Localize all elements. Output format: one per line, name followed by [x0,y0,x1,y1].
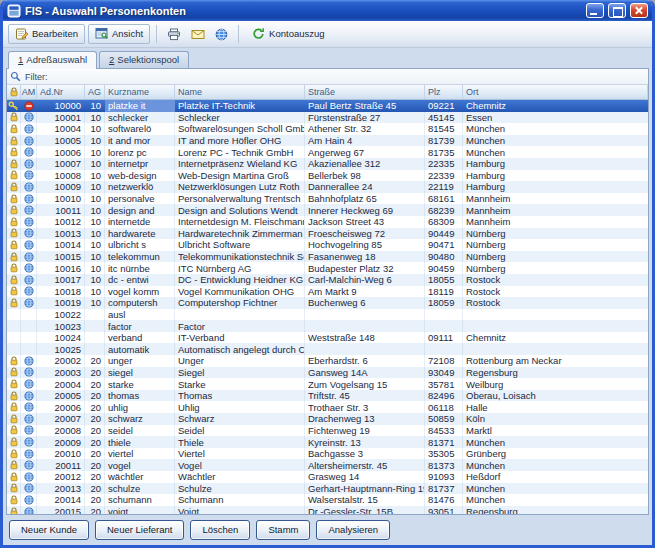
cell-plz: 81373 [425,459,463,471]
table-row[interactable]: 20006 20 uhlig Uhlig Trothaer Str. 3 061… [7,401,648,413]
cell-kurzname: dc - entwi [105,274,175,286]
table-row[interactable]: 20008 20 seidel Seidel Fichtenweg 19 845… [7,425,648,437]
header-plz[interactable]: Plz [425,85,463,99]
header-lock-icon[interactable] [7,85,21,99]
header-name[interactable]: Name [175,85,305,99]
cell-kurzname: thiele [105,436,175,448]
ansicht-button[interactable]: Ansicht [88,24,150,44]
header-ort[interactable]: Ort [463,85,648,99]
cell-strasse: Carl-Malchin-Weg 6 [305,274,425,286]
tab-selektionspool[interactable]: 2Selektionspool [99,51,189,68]
table-row[interactable]: 20015 20 voigt Voigt Dr.-Gessler-Str. 15… [7,506,648,514]
table-row[interactable]: 10017 10 dc - entwi DC - Entwicklung Hei… [7,274,648,286]
header-am[interactable]: AM [21,85,37,99]
kontoauszug-label: Kontoauszug [269,28,324,39]
kontoauszug-button[interactable]: Kontoauszug [245,24,331,44]
cell-name: Internetpräsenz Wieland KG [175,158,305,170]
table-row[interactable]: 20009 20 thiele Thiele Kyreinstr. 13 813… [7,436,648,448]
cell-ag: 10 [85,286,105,298]
cell-kurzname: viertel [105,448,175,460]
table-row[interactable]: 20012 20 wächtler Wächtler Grasweg 14 91… [7,471,648,483]
minimize-button[interactable] [586,3,604,18]
table-row[interactable]: 20014 20 schumann Schumann Walserstalstr… [7,494,648,506]
bearbeiten-button[interactable]: Bearbeiten [8,24,85,44]
cell-name: Schulze [175,483,305,495]
maximize-button[interactable] [608,3,626,18]
cell-strasse: Trothaer Str. 3 [305,401,425,413]
header-ag[interactable]: AG [85,85,105,99]
table-row[interactable]: 10019 10 computersh Computershop Fichtne… [7,297,648,309]
table-row[interactable]: 10012 10 internetde Internetdesign M. Fl… [7,216,648,228]
cell-kurzname: computersh [105,297,175,309]
cell-ort: Mannheim [463,216,648,228]
cell-plz: 90480 [425,251,463,263]
table-row[interactable]: 20011 20 vogel Vogel Altersheimerstr. 45… [7,459,648,471]
table-row[interactable]: 20013 20 schulze Schulze Gerhart-Hauptma… [7,483,648,495]
table-row[interactable]: 10010 10 personalve Personalverwaltung T… [7,193,648,205]
cell-kurzname: factor [105,320,175,332]
table-row[interactable]: 10009 10 netzwerklö Netzwerklösungen Lut… [7,181,648,193]
cell-name: Platzke IT-Technik [175,100,305,112]
table-row[interactable]: 10000 10 platzke it Platzke IT-Technik P… [7,100,648,112]
table-row[interactable]: 20004 20 starke Starke Zum Vogelsang 15 … [7,378,648,390]
cell-ag: 20 [85,459,105,471]
web-button[interactable] [211,24,232,44]
table-row[interactable]: 10024 verband IT-Verband Weststraße 148 … [7,332,648,344]
table-row[interactable]: 10025 automatik Automatisch angelegt dur… [7,343,648,355]
table-row[interactable]: 10004 10 softwarelö Softwarelösungen Sch… [7,123,648,135]
cell-strasse: Altersheimerstr. 45 [305,459,425,471]
neuer-kunde-button[interactable]: Neuer Kunde [9,520,89,540]
table-row[interactable]: 10014 10 ulbricht s Ulbricht Software Ho… [7,239,648,251]
table-row[interactable]: 10022 ausl [7,309,648,321]
table-row[interactable]: 10016 10 itc nürnbe ITC Nürnberg AG Buda… [7,262,648,274]
stamm-button[interactable]: Stamm [256,520,310,540]
cell-ort: München [463,459,648,471]
table-row[interactable]: 20002 20 unger Unger Eberhardstr. 6 7210… [7,355,648,367]
cell-strasse: Innerer Heckweg 69 [305,204,425,216]
table-row[interactable]: 10001 10 schlecker Schlecker Fürstenstra… [7,112,648,124]
table-row[interactable]: 10005 10 it and mor IT and more Höfler O… [7,135,648,147]
header-strasse[interactable]: Straße [305,85,425,99]
cell-ag: 20 [85,494,105,506]
cell-kurzname: starke [105,378,175,390]
loeschen-button[interactable]: Löschen [190,520,250,540]
analysieren-button[interactable]: Analysieren [316,520,390,540]
table-row[interactable]: 10006 10 lorenz pc Lorenz PC - Technik G… [7,146,648,158]
table-row[interactable]: 10008 10 web-design Web-Design Martina G… [7,170,648,182]
tab-adressauswahl[interactable]: 1Adreßauswahl [8,51,97,69]
cell-name: Voigt [175,506,305,514]
cell-name: Viertel [175,448,305,460]
table-row[interactable]: 20010 20 viertel Viertel Bachgasse 3 353… [7,448,648,460]
cell-ort: Mannheim [463,193,648,205]
row-web-icon [21,123,37,135]
neuer-lieferant-button[interactable]: Neuer Lieferant [95,520,184,540]
table-row[interactable]: 10015 10 telekommun Telekommunikationste… [7,251,648,263]
magnifier-icon[interactable] [10,71,21,82]
table-body: 10000 10 platzke it Platzke IT-Technik P… [7,100,648,514]
cell-ort: Halle [463,401,648,413]
row-web-icon [21,112,37,124]
table-row[interactable]: 20007 20 schwarz Schwarz Drachenweg 13 5… [7,413,648,425]
row-lock-icon [7,401,21,413]
table-row[interactable]: 20003 20 siegel Siegel Gansweg 14A 93049… [7,367,648,379]
table-row[interactable]: 20005 20 thomas Thomas Triftstr. 45 8249… [7,390,648,402]
table-row[interactable]: 10023 factor Factor [7,320,648,332]
printer-button[interactable] [163,24,184,44]
close-button[interactable] [630,3,648,18]
cell-strasse: Jackson Street 43 [305,216,425,228]
mail-button[interactable] [187,24,208,44]
table-row[interactable]: 10011 10 design and Design and Solutions… [7,204,648,216]
cell-ort: Chemnitz [463,332,648,344]
table-row[interactable]: 10007 10 internetpr Internetpräsenz Wiel… [7,158,648,170]
header-kurzname[interactable]: Kurzname [105,85,175,99]
cell-plz: 22119 [425,181,463,193]
table-row[interactable]: 10018 10 vogel komm Vogel Kommunikation … [7,286,648,298]
cell-strasse: Athener Str. 32 [305,123,425,135]
cell-ort: München [463,135,648,147]
row-lock-icon [7,343,21,355]
filter-input[interactable] [52,71,646,83]
header-adnr[interactable]: Ad.Nr [37,85,85,99]
cell-strasse: Akazienallee 312 [305,158,425,170]
cell-plz: 06118 [425,401,463,413]
table-row[interactable]: 10013 10 hardwarete Hardwaretechnik Zimm… [7,228,648,240]
